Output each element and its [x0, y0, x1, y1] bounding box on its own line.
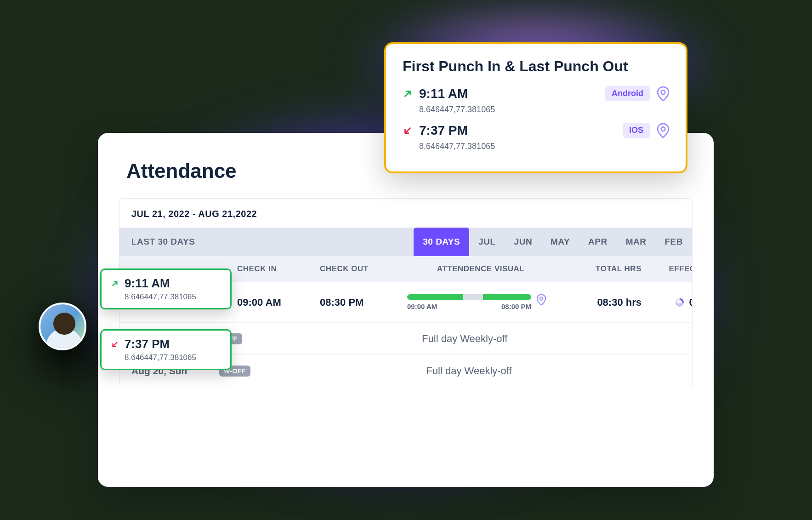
mini-punch-out-card: 7:37 PM 8.646447,77.381065 — [100, 329, 232, 370]
mini-out-coords: 8.646447,77.381065 — [125, 353, 221, 362]
avatar[interactable] — [39, 303, 86, 350]
tab-month-mar[interactable]: MAR — [617, 228, 656, 256]
punch-title: First Punch In & Last Punch Out — [403, 58, 669, 75]
attendance-bar — [407, 294, 531, 300]
tab-month-jun[interactable]: JUN — [505, 228, 542, 256]
punch-out-time: 7:37 PM — [419, 123, 468, 138]
off-text: Full day Weekly-off — [258, 365, 680, 377]
col-visual: ATTENDENCE VISUAL — [407, 264, 554, 274]
svg-point-2 — [661, 90, 665, 94]
cell-total: 08:30 hrs — [554, 297, 642, 309]
effective-value: 08:30 hrs — [689, 297, 693, 309]
tab-month-apr[interactable]: APR — [579, 228, 617, 256]
mini-punch-in-card: 9:11 AM 8.646447,77.381065 — [100, 269, 232, 309]
arrow-down-left-icon — [111, 340, 119, 349]
visual-start-label: 09:00 AM — [407, 303, 437, 310]
device-chip: iOS — [623, 123, 650, 138]
location-pin-icon[interactable] — [657, 123, 669, 138]
device-chip: Android — [605, 86, 650, 101]
col-check-out: CHECK OUT — [320, 264, 407, 274]
cell-effective: 08:30 hrs — [642, 297, 693, 309]
col-check-in: CHECK IN — [237, 264, 320, 274]
cell-check-out: 08:30 PM — [320, 297, 407, 309]
punch-out-coords: 8.646447,77.381065 — [419, 142, 669, 151]
cell-check-in: 09:00 AM — [237, 297, 320, 309]
punch-summary-card: First Punch In & Last Punch Out 9:11 AM … — [384, 42, 687, 173]
svg-point-0 — [540, 297, 543, 300]
tab-month-jul[interactable]: JUL — [469, 228, 505, 256]
mini-in-coords: 8.646447,77.381065 — [125, 292, 221, 302]
tab-30-days[interactable]: 30 DAYS — [414, 228, 469, 256]
mini-out-time: 7:37 PM — [125, 337, 170, 351]
location-pin-icon[interactable] — [537, 294, 546, 305]
tab-month-may[interactable]: MAY — [541, 228, 579, 256]
range-tabs: LAST 30 DAYS 30 DAYS JUL JUN MAY APR MAR… — [119, 228, 692, 256]
visual-end-label: 08:00 PM — [501, 303, 531, 310]
punch-out-row: 7:37 PM iOS — [403, 123, 669, 138]
off-text: Full day Weekly-off — [250, 333, 681, 345]
punch-in-time: 9:11 AM — [419, 86, 468, 101]
mini-in-time: 9:11 AM — [125, 276, 170, 291]
tab-month-feb[interactable]: FEB — [656, 228, 693, 256]
location-pin-icon[interactable] — [657, 86, 669, 101]
attendance-card: Attendance JUL 21, 2022 - AUG 21,2022 LA… — [98, 133, 714, 487]
col-total: TOTAL HRS — [554, 264, 642, 274]
progress-ring-icon — [675, 298, 684, 307]
cell-visual: 09:00 AM 08:00 PM — [407, 294, 554, 310]
arrow-up-right-icon — [403, 89, 413, 99]
col-effective: EFFECTIVE HRS — [642, 264, 693, 274]
punch-in-coords: 8.646447,77.381065 — [419, 105, 669, 114]
svg-point-3 — [661, 127, 665, 131]
punch-in-row: 9:11 AM Android — [403, 86, 669, 101]
arrow-up-right-icon — [111, 280, 119, 288]
date-range-label: JUL 21, 2022 - AUG 21,2022 — [119, 199, 692, 228]
range-tabs-label: LAST 30 DAYS — [119, 237, 414, 247]
arrow-down-left-icon — [403, 126, 413, 136]
